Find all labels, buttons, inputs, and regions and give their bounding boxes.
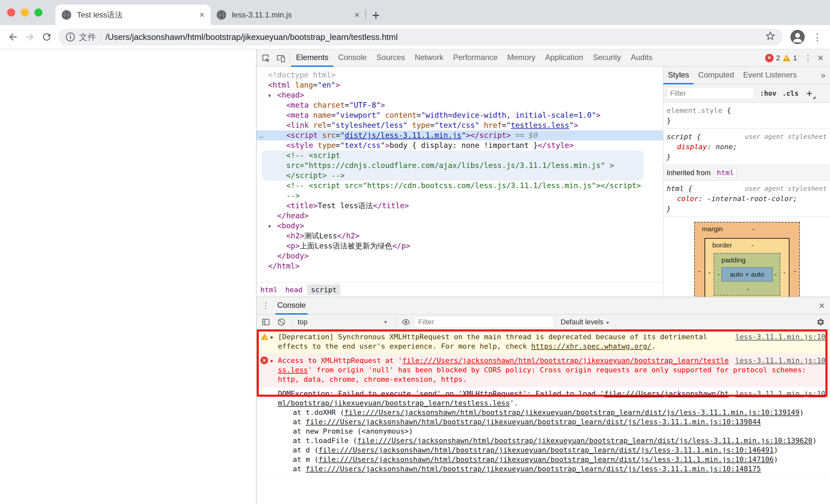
stack-frame-link[interactable]: file:///Users/jacksonshawn/html/bootstra… [357,437,812,445]
new-style-rule-button[interactable]: + [806,88,812,99]
close-window-button[interactable] [7,8,15,17]
dom-tree-line[interactable]: </body> [256,251,663,261]
devtools-tab-elements[interactable]: Elements [291,49,333,67]
execution-context-selector[interactable]: top ▼ [295,318,392,326]
expand-triangle-icon[interactable]: ▶ [271,356,273,366]
close-tab-icon[interactable]: × [199,10,204,20]
dom-tree-line[interactable]: <p>上面Less语法被更新为绿色</p> [256,241,663,251]
stack-frame-link[interactable]: file:///Users/jacksonshawn/html/bootstra… [318,446,774,454]
console-filter-input[interactable] [415,316,554,328]
console-message-error[interactable]: ×▶less-3.11.1.min.js:10Access to XMLHttp… [256,353,830,387]
devtools-tab-network[interactable]: Network [410,49,448,67]
more-tabs-icon[interactable]: » [817,70,830,81]
breadcrumb-item-html[interactable]: html [256,284,281,295]
resource-link[interactable]: dist/js/less-3.11.1.min.js [345,131,461,139]
back-button[interactable] [4,29,22,45]
devtools-tab-security[interactable]: Security [588,49,626,67]
close-devtools-button[interactable]: × [816,52,828,64]
issue-badges[interactable]: × 2 1 [765,54,797,62]
log-levels-selector[interactable]: Default levels ▼ [561,318,610,326]
close-tab-icon[interactable]: × [354,10,359,20]
devtools-tab-audits[interactable]: Audits [626,49,657,67]
bookmark-button[interactable] [765,31,775,43]
message-text: DOMException: Failed to execute 'send' o… [278,389,729,407]
console-drawer-tab[interactable]: Console [275,297,308,315]
styles-tab-computed[interactable]: Computed [694,67,739,84]
expand-triangle-icon[interactable]: ▶ [271,333,273,342]
drawer-menu-button[interactable]: ⋮ [256,301,275,311]
source-location-link[interactable]: less-3.11.1.min.js:10 [735,332,826,342]
console-message-log[interactable]: less-3.11.1.min.js:10DOMException: Faile… [256,387,830,476]
expand-arrow-icon[interactable]: ▼ [268,91,271,101]
resource-link[interactable]: testless.less [511,121,569,129]
stack-frame-link[interactable]: file:///Users/jacksonshawn/html/bootstra… [306,418,761,426]
devtools-tab-performance[interactable]: Performance [448,49,502,67]
source-location-link[interactable]: less-3.11.1.min.js:10 [735,356,826,365]
dom-tree-line[interactable]: <!-- <script [262,151,644,161]
dom-tree-line[interactable]: …<script src="dist/js/less-3.11.1.min.js… [256,130,663,140]
profile-avatar[interactable] [791,30,805,44]
dom-tree-line[interactable]: </html> [256,261,663,271]
element-style-rule[interactable]: element.style { } [663,102,830,129]
toggle-device-toolbar-button[interactable] [273,51,288,65]
toggle-hover-state-button[interactable]: :hov [760,90,776,97]
clear-console-button[interactable] [275,316,288,328]
dom-tree-line[interactable]: <h2>测试Less</h2> [256,231,663,241]
devtools-tab-application[interactable]: Application [540,49,588,67]
styles-tab-event-listeners[interactable]: Event Listeners [739,67,801,84]
browser-tab-inactive[interactable]: less-3.11.1.min.js × [211,4,365,25]
address-bar[interactable]: 文件 /Users/jacksonshawn/html/bootstrap/ji… [58,29,783,45]
breadcrumb-item-script[interactable]: script [307,284,341,295]
maximize-window-button[interactable] [34,8,42,17]
console-sidebar-toggle-button[interactable] [259,316,273,328]
devtools-menu-button[interactable]: ⋮ [800,53,816,63]
dom-tree-line[interactable]: <title>Test less语法</title> [256,201,663,211]
new-tab-button[interactable]: + [372,9,380,22]
inherited-node-link[interactable]: html [714,168,737,178]
dom-tree-line[interactable]: src="https://cdnjs.cloudflare.com/ajax/l… [262,161,644,170]
dom-tree-line[interactable]: </head> [256,211,663,221]
message-link[interactable]: https://xhr.spec.whatwg.org/ [531,342,651,350]
stack-frame-link[interactable]: file:///Users/jacksonshawn/html/bootstra… [344,408,800,416]
dom-tree-line[interactable]: <link rel="stylesheet/less" type="text/c… [256,120,663,130]
devtools-tab-memory[interactable]: Memory [503,49,540,67]
browser-tab-active[interactable]: Test less语法 × [56,4,211,25]
reload-button[interactable] [38,29,55,45]
rule-selector: script [667,133,692,141]
dom-tree-line[interactable]: ▼<head> [256,90,663,100]
dom-tree-line[interactable]: </script> --> [262,170,644,181]
expand-arrow-icon[interactable]: ▼ [268,222,271,231]
dom-tree-line[interactable]: <!-- <script src="https://cdn.bootcss.co… [256,181,663,191]
styles-filter-input[interactable] [667,87,754,100]
stack-frame-link[interactable]: file:///Users/jacksonshawn/html/bootstra… [306,465,761,473]
dom-tree-line[interactable]: <!doctype html> [256,70,663,80]
inspect-element-button[interactable] [258,51,273,65]
dom-tree-line[interactable]: <meta name="viewport" content="width=dev… [256,110,663,120]
user-agent-script-rule[interactable]: user agent stylesheetscript { display: n… [663,129,830,165]
dom-tree-line[interactable]: <meta charset="UTF-8"> [256,100,663,110]
breadcrumb-item-head[interactable]: head [281,284,307,295]
console-message-warning[interactable]: ▶less-3.11.1.min.js:10[Deprecation] Sync… [256,329,830,353]
live-expression-button[interactable] [399,316,413,328]
minimize-window-button[interactable] [21,8,29,17]
devtools-tab-console[interactable]: Console [333,49,372,67]
page-info-icon[interactable] [65,32,75,42]
devtools-tab-sources[interactable]: Sources [372,49,410,67]
styles-tab-styles[interactable]: Styles [663,67,694,84]
user-agent-html-rule[interactable]: user agent stylesheethtml { color: -inte… [663,181,830,217]
dom-tree-line[interactable]: <style type="text/css">body { display: n… [256,140,663,151]
close-drawer-button[interactable]: × [813,300,830,312]
toggle-class-button[interactable]: .cls [783,90,799,97]
source-location-link[interactable]: less-3.11.1.min.js:10 [735,389,826,398]
forward-button[interactable] [22,29,38,45]
stack-frame-link[interactable]: file:///Users/jacksonshawn/html/bootstra… [318,455,774,464]
dom-tree-line[interactable]: <html lang="en"> [256,80,663,90]
browser-menu-button[interactable]: ⋮ [809,31,826,43]
dom-tree-line[interactable]: ▼<body> [256,221,663,231]
tab-title: less-3.11.1.min.js [232,10,350,20]
console-settings-button[interactable] [814,316,827,328]
dom-tree-line[interactable]: --> [256,191,663,201]
error-badge-icon: × [765,54,774,62]
box-model-diagram[interactable]: margin - - - border - - - padding [694,222,800,297]
url-text[interactable]: /Users/jacksonshawn/html/bootstrap/jikex… [105,32,765,42]
